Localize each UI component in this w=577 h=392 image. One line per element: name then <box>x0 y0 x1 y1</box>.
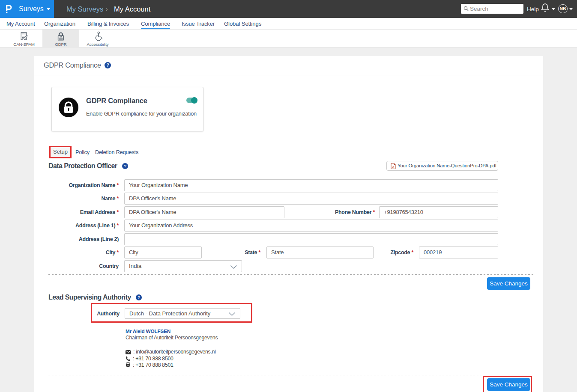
svg-text:?: ? <box>138 295 141 300</box>
svg-text:?: ? <box>124 163 126 168</box>
svg-text:A: A <box>392 166 395 168</box>
svg-text:?: ? <box>107 62 109 68</box>
